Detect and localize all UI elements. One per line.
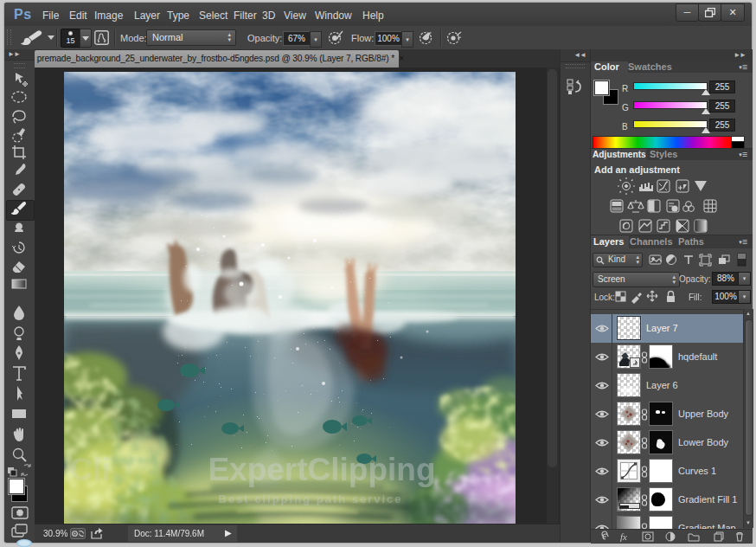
svg-text:fx: fx	[620, 531, 627, 542]
svg-text:Cli: Cli	[69, 452, 110, 487]
svg-text:ExpertClipping: ExpertClipping	[208, 452, 435, 487]
svg-text:Best clipping path service: Best clipping path service	[218, 492, 402, 505]
